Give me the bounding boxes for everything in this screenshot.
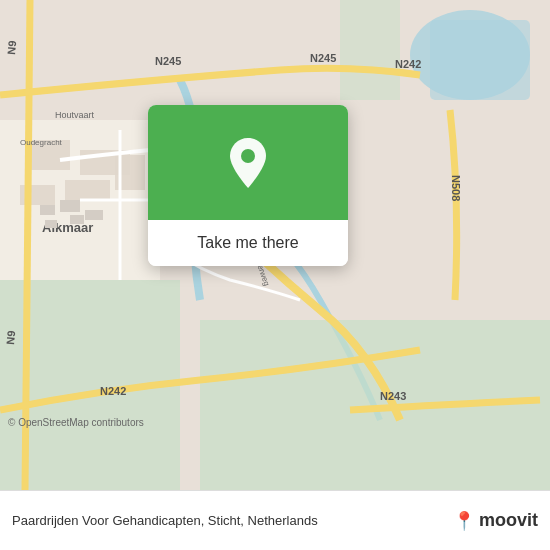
- moovit-logo: 📍 moovit: [453, 510, 538, 532]
- svg-text:N9: N9: [5, 40, 18, 55]
- popup-card: Take me there: [148, 105, 348, 266]
- svg-rect-5: [340, 0, 400, 100]
- svg-rect-26: [60, 200, 80, 212]
- svg-rect-28: [45, 220, 57, 228]
- svg-text:Oudegracht: Oudegracht: [20, 138, 63, 147]
- svg-rect-10: [65, 180, 110, 200]
- svg-rect-2: [430, 20, 530, 100]
- moovit-pin-icon: 📍: [453, 510, 475, 532]
- svg-text:N242: N242: [395, 58, 421, 70]
- bottom-bar: Paardrijden Voor Gehandicapten, Sticht, …: [0, 490, 550, 550]
- map-container: N9 N245 N245 N242 N242 N243 N508 N9 Alkm…: [0, 0, 550, 490]
- svg-point-30: [241, 149, 255, 163]
- svg-text:N242: N242: [100, 385, 126, 397]
- location-pin-icon: [226, 136, 270, 190]
- take-me-there-button[interactable]: Take me there: [148, 220, 348, 266]
- svg-rect-25: [40, 205, 55, 215]
- svg-text:N243: N243: [380, 390, 406, 402]
- svg-text:N9: N9: [4, 330, 17, 345]
- svg-text:N245: N245: [155, 55, 181, 67]
- svg-text:N245: N245: [310, 52, 336, 64]
- moovit-brand-text: moovit: [479, 510, 538, 531]
- location-name-text: Paardrijden Voor Gehandicapten, Sticht, …: [12, 513, 443, 528]
- svg-rect-27: [85, 210, 103, 220]
- osm-credit: © OpenStreetMap contributors: [8, 417, 144, 428]
- svg-rect-29: [70, 215, 84, 224]
- svg-text:Houtvaart: Houtvaart: [55, 110, 95, 120]
- svg-text:N508: N508: [450, 175, 462, 201]
- popup-green-bg: [148, 105, 348, 220]
